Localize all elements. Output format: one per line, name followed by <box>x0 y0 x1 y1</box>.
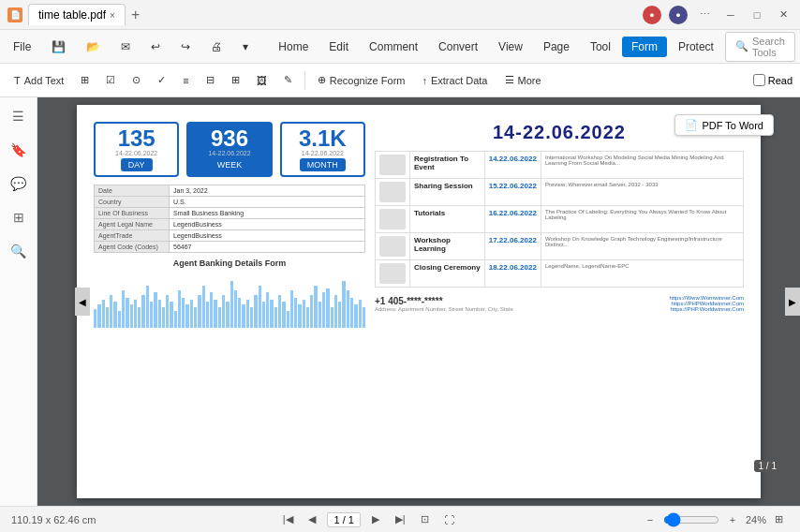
first-page-button[interactable]: |◀ <box>278 510 297 529</box>
chart-bar <box>298 304 301 328</box>
zoom-out-button[interactable]: − <box>641 510 659 529</box>
text-icon: T <box>14 75 21 86</box>
menu-save-icon[interactable]: 💾 <box>42 37 75 57</box>
pdf-to-word-button[interactable]: 📄 PDF To Word <box>674 114 774 136</box>
page-input[interactable] <box>327 512 361 527</box>
chart-bar <box>262 302 265 328</box>
extract-data-button[interactable]: ↑ Extract Data <box>415 72 494 89</box>
event-desc-3: The Practice Of Labeling: Everything You… <box>545 209 739 220</box>
menu-edit[interactable]: Edit <box>319 37 358 57</box>
chart-bar <box>347 290 349 328</box>
check-button[interactable]: ✓ <box>151 71 172 89</box>
align-button[interactable]: ⊞ <box>225 71 246 89</box>
menu-dropdown-icon[interactable]: ▾ <box>233 37 258 57</box>
chart-bar <box>350 298 353 328</box>
add-text-button[interactable]: T Add Text <box>7 72 70 89</box>
read-checkbox[interactable] <box>753 74 765 86</box>
text-field-button[interactable]: ≡ <box>176 72 195 89</box>
menu-open-icon[interactable]: 📂 <box>77 37 110 57</box>
active-tab[interactable]: time table.pdf × <box>28 4 126 25</box>
split-view-icon[interactable]: ⊡ <box>415 510 434 529</box>
month-button[interactable]: MONTH <box>300 158 346 171</box>
more-options-icon[interactable]: ⋯ <box>695 6 714 24</box>
sidebar-icon-comment[interactable]: 💬 <box>7 172 30 195</box>
recognize-form-button[interactable]: ⊕ Recognize Form <box>311 71 412 89</box>
chart-bar <box>126 298 128 328</box>
profile-icon-1[interactable]: ● <box>643 6 661 24</box>
menu-page[interactable]: Page <box>534 37 579 57</box>
profile-icon-2[interactable]: ● <box>669 6 688 24</box>
search-tools[interactable]: 🔍 Search Tools <box>725 32 795 62</box>
fit-page-button[interactable]: ⊞ <box>770 510 789 529</box>
chart-bar <box>113 302 116 328</box>
read-checkbox-label[interactable]: Read <box>753 74 793 86</box>
checkbox-button[interactable]: ☑ <box>99 71 122 89</box>
sidebar-icon-bookmark[interactable]: 🔖 <box>7 139 30 161</box>
menu-protect[interactable]: Protect <box>669 37 723 57</box>
signature-button[interactable]: ✎ <box>277 71 299 89</box>
stat-week-number: 936 <box>196 127 262 150</box>
chart-bar <box>102 300 105 328</box>
chart-bar <box>141 295 144 328</box>
event-date-1: 14.22.06.2022 <box>489 155 537 163</box>
search-tools-label: Search Tools <box>752 36 785 58</box>
sidebar-icon-hand[interactable]: ☰ <box>7 105 30 127</box>
add-tab-button[interactable]: + <box>127 7 143 23</box>
form-field-button[interactable]: ⊟ <box>200 71 221 89</box>
chart-bar <box>319 302 321 328</box>
close-tab-button[interactable]: × <box>110 10 115 21</box>
select-area-button[interactable]: ⊞ <box>74 71 96 89</box>
week-button[interactable]: WEEK <box>210 158 250 171</box>
menu-form[interactable]: Form <box>622 37 667 57</box>
minimize-button[interactable]: ─ <box>721 6 740 24</box>
doc-content: 135 14-22.06.2022 DAY 936 14-22.06.2022 … <box>94 122 744 481</box>
event-thumb-4 <box>379 236 406 257</box>
menu-print-icon[interactable]: 🖨 <box>201 37 231 57</box>
full-screen-icon[interactable]: ⛶ <box>439 510 458 529</box>
image-button[interactable]: 🖼 <box>250 72 274 89</box>
chart-bar <box>198 295 200 328</box>
menu-bar: File 💾 📂 ✉ ↩ ↪ 🖨 ▾ Home Edit Comment Con… <box>0 30 800 64</box>
chart-bar <box>287 311 289 328</box>
status-bar: 110.19 x 62.46 cm |◀ ◀ ▶ ▶| ⊡ ⛶ − + 24% … <box>0 506 800 532</box>
menu-file[interactable]: File <box>4 37 40 57</box>
chart-bar <box>106 307 109 328</box>
menu-comment[interactable]: Comment <box>360 37 427 57</box>
close-button[interactable]: ✕ <box>774 6 793 24</box>
next-page-button[interactable]: ▶ <box>366 510 385 529</box>
document-page: 135 14-22.06.2022 DAY 936 14-22.06.2022 … <box>77 105 761 498</box>
left-collapse-arrow[interactable]: ◀ <box>75 288 90 316</box>
last-page-button[interactable]: ▶| <box>391 510 409 529</box>
chart-bar <box>210 292 213 328</box>
chart-bar <box>190 300 193 328</box>
chart-bar <box>238 298 241 328</box>
maximize-button[interactable]: □ <box>748 6 766 24</box>
chart-bar <box>118 311 121 328</box>
chart-bar <box>290 290 293 328</box>
chart-bar <box>359 300 362 328</box>
zoom-in-button[interactable]: + <box>723 510 742 529</box>
menu-redo-icon[interactable]: ↪ <box>171 37 200 57</box>
sidebar-icon-search[interactable]: 🔍 <box>7 240 30 262</box>
zoom-area: − + 24% ⊞ <box>641 510 789 529</box>
menu-convert[interactable]: Convert <box>429 37 487 57</box>
prev-page-button[interactable]: ◀ <box>303 510 321 529</box>
contact-link-3: https://PHP.Worldwinner.Com <box>669 306 744 312</box>
sidebar-icon-pages[interactable]: ⊞ <box>7 206 30 229</box>
menu-undo-icon[interactable]: ↩ <box>141 37 170 57</box>
field-value-agent-trade: LegendBusiness <box>170 230 365 242</box>
zoom-slider[interactable] <box>663 512 719 527</box>
chart-bar <box>110 295 112 328</box>
day-button[interactable]: DAY <box>121 158 153 171</box>
menu-view[interactable]: View <box>489 37 532 57</box>
event-date-2: 15.22.06.2022 <box>489 182 537 190</box>
more-button[interactable]: ☰ More <box>498 71 548 89</box>
window-controls: ● ● ⋯ ─ □ ✕ <box>643 6 793 24</box>
contact-address: Address: Apartment Number, Street Number… <box>375 306 513 312</box>
pdf-to-word-label: PDF To Word <box>702 120 763 131</box>
radio-button[interactable]: ⊙ <box>126 71 147 89</box>
menu-email-icon[interactable]: ✉ <box>111 37 140 57</box>
right-collapse-arrow[interactable]: ▶ <box>785 288 800 316</box>
menu-tool[interactable]: Tool <box>581 37 620 57</box>
menu-home[interactable]: Home <box>269 37 318 57</box>
